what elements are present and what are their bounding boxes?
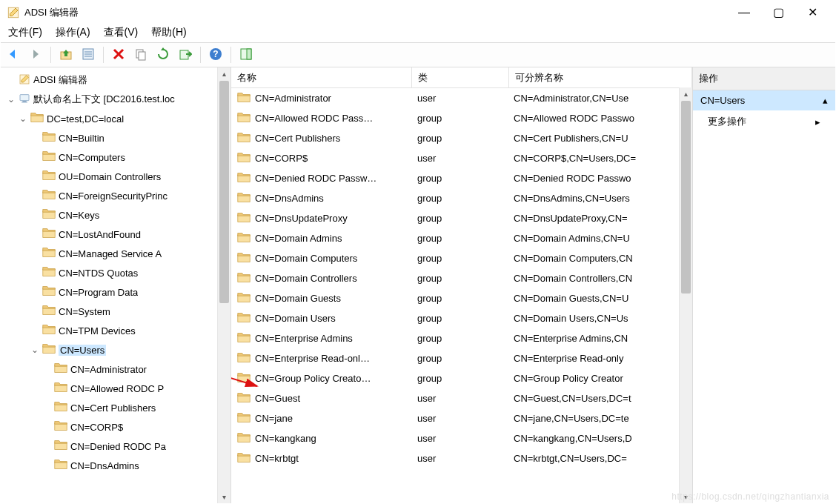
list-row[interactable]: CN=Domain AdminsgroupCN=Domain Admins,CN… [231, 228, 692, 248]
tree-item[interactable]: ⌄默认命名上下文 [DC2016.test.loc [4, 90, 230, 109]
tree-item[interactable]: CN=NTDS Quotas [4, 263, 230, 282]
scroll-down-icon[interactable]: ▾ [218, 491, 230, 503]
window-frame: ADSI 编辑器 — ▢ ✕ 文件(F)操作(A)查看(V)帮助(H) ? AD… [0, 0, 836, 504]
delete-icon [112, 47, 125, 63]
tree-item[interactable]: CN=Program Data [4, 282, 230, 302]
folder-icon [42, 131, 56, 145]
refresh-button[interactable] [153, 45, 173, 64]
show-hide-button[interactable] [236, 45, 256, 64]
maximize-button[interactable]: ▢ [761, 1, 795, 24]
row-name: CN=Enterprise Admins [255, 333, 353, 344]
tree-item[interactable]: OU=Domain Controllers [4, 167, 230, 186]
folder-icon [54, 420, 67, 434]
list-row[interactable]: CN=CORP$userCN=CORP$,CN=Users,DC= [231, 148, 692, 168]
tree-item[interactable]: CN=Administrator [4, 359, 230, 379]
folder-icon [42, 228, 56, 241]
list-row[interactable]: CN=Cert PublishersgroupCN=Cert Publisher… [231, 128, 692, 148]
tree-item[interactable]: CN=Allowed RODC P [4, 379, 230, 398]
tree-item[interactable]: CN=System [4, 302, 230, 321]
tree-item-label: ADSI 编辑器 [33, 73, 87, 87]
up-folder-button[interactable] [56, 45, 76, 64]
list-row[interactable]: CN=janeuserCN=jane,CN=Users,DC=te [231, 408, 692, 428]
folder-icon [237, 272, 251, 285]
chevron-down-icon[interactable]: ⌄ [30, 345, 39, 355]
row-dn: CN=Enterprise Read-only [508, 353, 692, 364]
tree-item[interactable]: CN=Cert Publishers [4, 398, 230, 417]
copy-icon [134, 47, 147, 63]
list-row[interactable]: CN=Domain UsersgroupCN=Domain Users,CN=U… [231, 308, 692, 328]
row-type: user [411, 453, 508, 464]
list-row[interactable]: CN=AdministratoruserCN=Administrator,CN=… [231, 88, 692, 108]
list-row[interactable]: CN=Domain ComputersgroupCN=Domain Comput… [231, 248, 692, 268]
tree-item[interactable]: ⌄CN=Users [4, 340, 230, 359]
tree-item[interactable]: CN=Builtin [4, 128, 230, 147]
tree-item[interactable]: CN=TPM Devices [4, 321, 230, 340]
tree-item-label: DC=test,DC=local [47, 113, 124, 125]
list-row[interactable]: CN=Domain ControllersgroupCN=Domain Cont… [231, 268, 692, 288]
tree-item[interactable]: ADSI 编辑器 [4, 70, 230, 90]
help-button[interactable]: ? [206, 45, 225, 64]
row-name: CN=Allowed RODC Pass… [255, 113, 373, 124]
tree-item[interactable]: CN=Managed Service A [4, 244, 230, 263]
copy-button[interactable] [131, 45, 150, 64]
tree-item[interactable]: CN=Keys [4, 205, 230, 225]
column-type[interactable]: 类 [412, 67, 509, 87]
tree-item-label: CN=Users [59, 345, 106, 356]
chevron-down-icon[interactable]: ⌄ [7, 94, 16, 105]
menu-item[interactable]: 操作(A) [56, 26, 90, 39]
properties-button[interactable] [79, 45, 98, 64]
actions-selection-label: CN=Users [700, 95, 745, 106]
list-row[interactable]: CN=Enterprise Read-onl…groupCN=Enterpris… [231, 348, 692, 368]
actions-selection[interactable]: CN=Users ▴ [693, 90, 835, 110]
tree-item-label: CN=TPM Devices [59, 325, 136, 336]
folder-icon [237, 92, 251, 105]
chevron-down-icon[interactable]: ⌄ [19, 113, 27, 124]
folder-icon [42, 305, 56, 318]
tree-item[interactable]: ⌄DC=test,DC=local [4, 109, 230, 128]
app-icon [7, 6, 20, 19]
menu-item[interactable]: 查看(V) [104, 26, 139, 39]
tree-scrollbar[interactable]: ▴ ▾ [217, 67, 230, 503]
list-row[interactable]: CN=Enterprise AdminsgroupCN=Enterprise A… [231, 328, 692, 348]
list-row[interactable]: CN=Group Policy Creato…groupCN=Group Pol… [231, 368, 692, 388]
scroll-up-icon[interactable]: ▴ [218, 67, 230, 80]
scrollbar-thumb[interactable] [681, 101, 691, 294]
tree-item[interactable]: CN=Denied RODC Pa [4, 437, 230, 456]
export-button[interactable] [176, 45, 195, 64]
list-row[interactable]: CN=kangkanguserCN=kangkang,CN=Users,D [231, 428, 692, 448]
scrollbar-thumb[interactable] [219, 81, 229, 303]
row-type: user [411, 393, 508, 404]
tree-item[interactable]: CN=LostAndFound [4, 225, 230, 244]
tree-item[interactable]: CN=Computers [4, 147, 230, 167]
list-scrollbar[interactable]: ▴ ▾ [679, 87, 692, 503]
menu-item[interactable]: 帮助(H) [151, 26, 186, 39]
menu-bar: 文件(F)操作(A)查看(V)帮助(H) [1, 24, 835, 42]
list-row[interactable]: CN=DnsUpdateProxygroupCN=DnsUpdateProxy,… [231, 208, 692, 228]
list-row[interactable]: CN=Allowed RODC Pass…groupCN=Allowed ROD… [231, 108, 692, 128]
folder-icon [237, 312, 251, 325]
list-row[interactable]: CN=Domain GuestsgroupCN=Domain Guests,CN… [231, 288, 692, 308]
tree-item[interactable]: CN=ForeignSecurityPrinc [4, 186, 230, 205]
back-arrow-button[interactable] [4, 45, 23, 64]
folder-icon [30, 112, 44, 125]
row-name: CN=DnsAdmins [255, 193, 324, 204]
scroll-up-icon[interactable]: ▴ [680, 87, 692, 100]
column-dn[interactable]: 可分辨名称 [509, 67, 692, 87]
delete-button[interactable] [109, 45, 128, 64]
list-row[interactable]: CN=DnsAdminsgroupCN=DnsAdmins,CN=Users [231, 188, 692, 208]
menu-item[interactable]: 文件(F) [8, 26, 42, 39]
list-row[interactable]: CN=GuestuserCN=Guest,CN=Users,DC=t [231, 388, 692, 408]
forward-arrow-button[interactable] [26, 45, 45, 64]
tree-item-label: CN=NTDS Quotas [59, 268, 138, 279]
content-area: ADSI 编辑器⌄默认命名上下文 [DC2016.test.loc⌄DC=tes… [1, 67, 835, 503]
row-type: group [411, 213, 508, 224]
list-row[interactable]: CN=Denied RODC Passw…groupCN=Denied RODC… [231, 168, 692, 188]
svg-rect-10 [139, 52, 145, 60]
tree-item[interactable]: CN=DnsAdmins [4, 456, 230, 475]
close-button[interactable]: ✕ [795, 1, 829, 24]
actions-more[interactable]: 更多操作 ▸ [693, 110, 835, 133]
tree-item[interactable]: CN=CORP$ [4, 417, 230, 437]
minimize-button[interactable]: — [727, 1, 761, 24]
list-row[interactable]: CN=krbtgtuserCN=krbtgt,CN=Users,DC= [231, 448, 692, 468]
column-name[interactable]: 名称 [231, 67, 412, 87]
